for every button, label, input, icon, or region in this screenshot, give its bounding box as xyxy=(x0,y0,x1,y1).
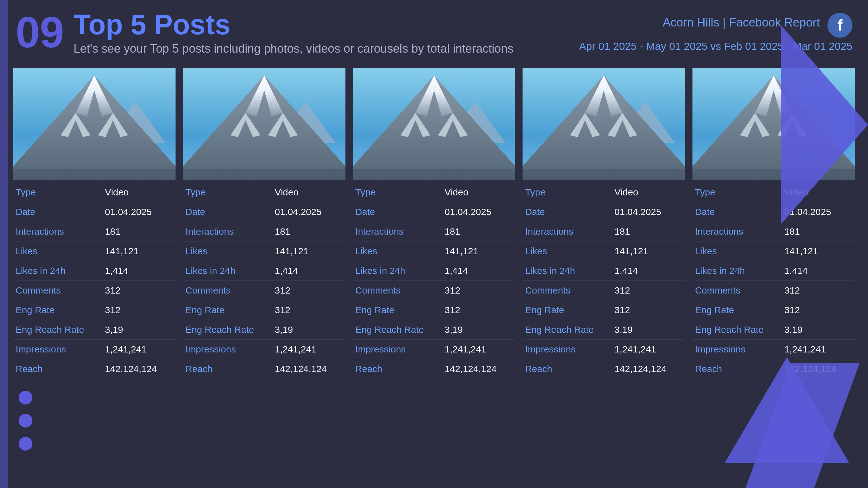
engreachrate-label-3: Eng Reach Rate xyxy=(353,320,442,340)
likes-value-2: 141,121 xyxy=(272,241,345,261)
row-impressions-4: Impressions 1,241,241 xyxy=(523,340,685,359)
dot-3 xyxy=(19,437,32,451)
impressions-label-4: Impressions xyxy=(523,340,612,359)
date-value-3: 01.04.2025 xyxy=(442,202,515,222)
page-subtitle: Let's see your Top 5 posts including pho… xyxy=(73,42,514,56)
date-label-5: Date xyxy=(692,202,782,222)
row-engreachrate-2: Eng Reach Rate 3,19 xyxy=(183,320,345,340)
row-impressions-3: Impressions 1,241,241 xyxy=(353,340,516,359)
likes24-value-3: 1,414 xyxy=(442,261,515,281)
date-label-4: Date xyxy=(523,202,612,222)
type-label-3: Type xyxy=(353,183,442,202)
svg-rect-31 xyxy=(523,169,685,180)
row-engrate-2: Eng Rate 312 xyxy=(183,300,345,320)
row-likes24-4: Likes in 24h 1,414 xyxy=(523,261,685,281)
engrate-label-3: Eng Rate xyxy=(353,300,442,320)
stats-table-2: Type Video Date 01.04.2025 Interactions … xyxy=(183,183,345,379)
header-text: Top 5 Posts Let's see your Top 5 posts i… xyxy=(73,9,514,56)
likes24-value-4: 1,414 xyxy=(612,261,685,281)
interactions-value-3: 181 xyxy=(442,222,515,241)
row-engrate-3: Eng Rate 312 xyxy=(353,300,516,320)
row-likes24-2: Likes in 24h 1,414 xyxy=(183,261,345,281)
type-label-2: Type xyxy=(183,183,272,202)
likes-value-3: 141,121 xyxy=(442,241,515,261)
type-label-5: Type xyxy=(692,183,782,202)
engreachrate-label-1: Eng Reach Rate xyxy=(13,320,102,340)
engrate-label-2: Eng Rate xyxy=(183,300,272,320)
comments-value-3: 312 xyxy=(442,281,515,300)
engrate-label-4: Eng Rate xyxy=(523,300,612,320)
impressions-label-2: Impressions xyxy=(183,340,272,359)
impressions-value-2: 1,241,241 xyxy=(272,340,345,359)
post-image-2 xyxy=(183,68,345,180)
engreachrate-value-4: 3,19 xyxy=(612,320,685,340)
row-date-4: Date 01.04.2025 xyxy=(523,202,685,222)
post-card-2: Type Video Date 01.04.2025 Interactions … xyxy=(183,68,345,379)
deco-triangle-large xyxy=(781,25,868,224)
post-card-1: Type Video Date 01.04.2025 Interactions … xyxy=(13,68,176,379)
header-left: 09 Top 5 Posts Let's see your Top 5 post… xyxy=(16,9,514,56)
comments-label-2: Comments xyxy=(183,281,272,300)
svg-rect-15 xyxy=(183,169,345,180)
post-image-1 xyxy=(13,68,176,180)
row-likes24-3: Likes in 24h 1,414 xyxy=(353,261,516,281)
date-label-3: Date xyxy=(353,202,442,222)
stats-table-4: Type Video Date 01.04.2025 Interactions … xyxy=(523,183,685,379)
type-label-1: Type xyxy=(13,183,102,202)
row-type-4: Type Video xyxy=(523,183,685,202)
interactions-label-5: Interactions xyxy=(692,222,782,241)
interactions-label-4: Interactions xyxy=(523,222,612,241)
comments-value-1: 312 xyxy=(102,281,175,300)
comments-value-2: 312 xyxy=(272,281,345,300)
reach-label-2: Reach xyxy=(183,359,272,379)
row-impressions-5: Impressions 1,241,241 xyxy=(692,340,855,359)
likes24-label-1: Likes in 24h xyxy=(13,261,102,281)
page-number: 09 xyxy=(16,10,64,54)
type-value-3: Video xyxy=(442,183,515,202)
impressions-value-5: 1,241,241 xyxy=(782,340,855,359)
page-header: 09 Top 5 Posts Let's see your Top 5 post… xyxy=(0,0,868,62)
row-interactions-2: Interactions 181 xyxy=(183,222,345,241)
row-date-2: Date 01.04.2025 xyxy=(183,202,345,222)
interactions-value-4: 181 xyxy=(612,222,685,241)
likes-label-4: Likes xyxy=(523,241,612,261)
row-likes-3: Likes 141,121 xyxy=(353,241,516,261)
left-accent-bar xyxy=(0,0,8,488)
comments-label-1: Comments xyxy=(13,281,102,300)
likes-label-1: Likes xyxy=(13,241,102,261)
date-value-2: 01.04.2025 xyxy=(272,202,345,222)
engrate-label-5: Eng Rate xyxy=(692,300,782,320)
row-likes24-5: Likes in 24h 1,414 xyxy=(692,261,855,281)
post-card-3: Type Video Date 01.04.2025 Interactions … xyxy=(353,68,516,379)
row-interactions-3: Interactions 181 xyxy=(353,222,516,241)
row-comments-4: Comments 312 xyxy=(523,281,685,300)
type-value-4: Video xyxy=(612,183,685,202)
row-reach-4: Reach 142,124,124 xyxy=(523,359,685,379)
engreachrate-label-4: Eng Reach Rate xyxy=(523,320,612,340)
date-value-4: 01.04.2025 xyxy=(612,202,685,222)
row-comments-2: Comments 312 xyxy=(183,281,345,300)
engrate-value-5: 312 xyxy=(782,300,855,320)
interactions-value-2: 181 xyxy=(272,222,345,241)
row-date-3: Date 01.04.2025 xyxy=(353,202,516,222)
date-label-2: Date xyxy=(183,202,272,222)
post-image-wrapper-2 xyxy=(183,68,345,180)
interactions-label-3: Interactions xyxy=(353,222,442,241)
likes24-label-4: Likes in 24h xyxy=(523,261,612,281)
engrate-value-1: 312 xyxy=(102,300,175,320)
post-image-wrapper-3 xyxy=(353,68,516,180)
row-likes-1: Likes 141,121 xyxy=(13,241,176,261)
impressions-value-4: 1,241,241 xyxy=(612,340,685,359)
row-engreachrate-3: Eng Reach Rate 3,19 xyxy=(353,320,516,340)
dots-container xyxy=(19,391,32,451)
stats-table-3: Type Video Date 01.04.2025 Interactions … xyxy=(353,183,516,379)
dot-1 xyxy=(19,391,32,404)
row-comments-5: Comments 312 xyxy=(692,281,855,300)
comments-label-4: Comments xyxy=(523,281,612,300)
page-title: Top 5 Posts xyxy=(73,9,514,40)
engrate-label-1: Eng Rate xyxy=(13,300,102,320)
impressions-value-1: 1,241,241 xyxy=(102,340,175,359)
row-interactions-1: Interactions 181 xyxy=(13,222,176,241)
posts-container: Type Video Date 01.04.2025 Interactions … xyxy=(0,68,868,379)
likes24-value-2: 1,414 xyxy=(272,261,345,281)
